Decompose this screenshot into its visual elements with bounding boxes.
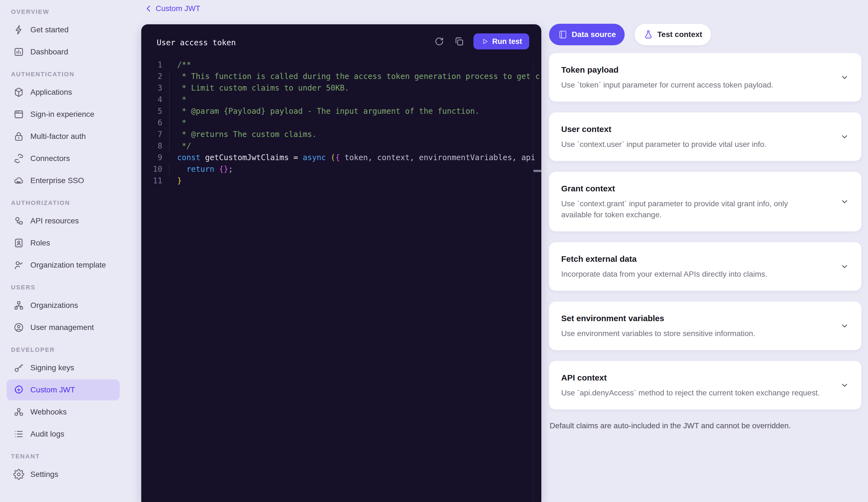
signing-key-icon xyxy=(13,362,24,373)
editor-actions: Run test xyxy=(434,33,529,49)
play-icon xyxy=(480,37,489,46)
card-user-context[interactable]: User contextUse `context.user` input par… xyxy=(549,112,861,161)
card-description: Use `token` input parameter for current … xyxy=(561,80,820,91)
card-token-payload[interactable]: Token payloadUse `token` input parameter… xyxy=(549,53,861,102)
card-description: Use environment variables to store sensi… xyxy=(561,328,820,339)
sidebar-section-label-authentication: AUTHENTICATION xyxy=(11,71,141,78)
sidebar-section-label-developer: DEVELOPER xyxy=(11,346,141,353)
chevron-down-icon[interactable] xyxy=(840,132,849,141)
sidebar-item-dashboard[interactable]: Dashboard xyxy=(7,41,120,62)
card-set-environment-variables[interactable]: Set environment variablesUse environment… xyxy=(549,302,861,350)
sidebar-item-label: Organization template xyxy=(30,261,106,270)
card-title: API context xyxy=(561,372,820,383)
line-number: 8 xyxy=(141,140,166,152)
line-number: 2 xyxy=(141,71,166,82)
sidebar-item-multi-factor-auth[interactable]: Multi-factor auth xyxy=(7,126,120,147)
audit-list-icon xyxy=(13,429,24,440)
sidebar-item-sign-in-experience[interactable]: Sign-in experience xyxy=(7,104,120,125)
flask-icon xyxy=(643,30,653,40)
sidebar-section-label-users: USERS xyxy=(11,284,141,291)
code-area[interactable]: 1/**2 * This function is called during t… xyxy=(141,59,541,502)
sidebar-item-organizations[interactable]: Organizations xyxy=(7,295,120,316)
code-line: 8 */ xyxy=(141,140,541,152)
cloud-key-icon xyxy=(13,175,24,186)
code-line-text: * Limit custom claims to under 50KB. xyxy=(166,82,349,94)
run-test-button[interactable]: Run test xyxy=(474,33,529,49)
line-number: 11 xyxy=(141,175,166,187)
code-line: 3 * Limit custom claims to under 50KB. xyxy=(141,82,541,94)
sidebar-item-label: Connectors xyxy=(30,154,70,163)
sidebar-item-label: Organizations xyxy=(30,301,78,310)
refresh-icon xyxy=(434,36,445,47)
code-line: 11} xyxy=(141,175,541,187)
main-content: Custom JWT User access token Run test xyxy=(141,0,868,502)
card-title: User context xyxy=(561,123,820,135)
sidebar-section-label-overview: OVERVIEW xyxy=(11,8,141,16)
lock-icon xyxy=(13,131,24,142)
sidebar-item-label: Roles xyxy=(30,239,50,248)
sidebar-item-label: User management xyxy=(30,323,94,332)
chevron-down-icon[interactable] xyxy=(840,73,849,82)
sidebar-item-signing-keys[interactable]: Signing keys xyxy=(7,357,120,378)
sidebar-item-api-resources[interactable]: API resources xyxy=(7,210,120,231)
sidebar-item-label: Dashboard xyxy=(30,48,68,56)
chevron-left-icon xyxy=(144,4,153,13)
chevron-down-icon[interactable] xyxy=(840,321,849,331)
indent-guide xyxy=(169,71,169,152)
run-test-label: Run test xyxy=(492,37,522,46)
lightning-icon xyxy=(13,24,24,36)
editor-scrollbar-thumb[interactable] xyxy=(533,170,541,172)
card-grant-context[interactable]: Grant contextUse `context.grant` input p… xyxy=(549,172,861,231)
breadcrumb[interactable]: Custom JWT xyxy=(144,4,200,13)
tab-label: Data source xyxy=(572,30,616,39)
code-line: 6 * xyxy=(141,117,541,129)
chevron-down-icon[interactable] xyxy=(840,262,849,271)
id-badge-icon xyxy=(13,238,24,249)
sidebar-item-webhooks[interactable]: Webhooks xyxy=(7,401,120,422)
code-line: 10 return {}; xyxy=(141,163,541,175)
sidebar-item-label: Multi-factor auth xyxy=(30,132,86,141)
card-title: Set environment variables xyxy=(561,313,820,324)
line-number: 9 xyxy=(141,152,166,163)
editor-title: User access token xyxy=(157,38,236,47)
card-api-context[interactable]: API contextUse `api.denyAccess` method t… xyxy=(549,361,861,410)
sidebar-item-label: Applications xyxy=(30,88,72,97)
card-description: Use `context.grant` input parameter to p… xyxy=(561,198,820,220)
sidebar-item-label: API resources xyxy=(30,217,79,225)
bar-chart-icon xyxy=(13,47,24,58)
sidebar-item-label: Sign-in experience xyxy=(30,110,94,119)
indent-guide xyxy=(169,163,169,175)
sidebar-item-enterprise-sso[interactable]: Enterprise SSO xyxy=(7,170,120,191)
code-line-text: } xyxy=(166,175,182,187)
chevron-down-icon[interactable] xyxy=(840,381,849,390)
sidebar-item-connectors[interactable]: Connectors xyxy=(7,148,120,169)
sidebar-item-applications[interactable]: Applications xyxy=(7,82,120,103)
sidebar-item-label: Audit logs xyxy=(30,430,64,439)
sidebar-item-label: Custom JWT xyxy=(30,385,75,394)
sidebar-item-roles[interactable]: Roles xyxy=(7,232,120,253)
sidebar-item-label: Enterprise SSO xyxy=(30,176,84,185)
editor-header: User access token Run test xyxy=(141,24,541,59)
copy-icon xyxy=(454,36,465,47)
sidebar-item-organization-template[interactable]: Organization template xyxy=(7,254,120,275)
chevron-down-icon[interactable] xyxy=(840,197,849,206)
card-fetch-external-data[interactable]: Fetch external dataIncorporate data from… xyxy=(549,242,861,291)
sidebar-item-settings[interactable]: Settings xyxy=(7,464,120,485)
code-line: 2 * This function is called during the a… xyxy=(141,71,541,82)
sidebar-item-label: Settings xyxy=(30,470,58,479)
copy-button[interactable] xyxy=(454,36,465,47)
sidebar-item-user-management[interactable]: User management xyxy=(7,317,120,338)
tab-data-source[interactable]: Data source xyxy=(549,24,625,45)
code-line-text: /** xyxy=(166,59,191,71)
sidebar-item-audit-logs[interactable]: Audit logs xyxy=(7,424,120,444)
refresh-button[interactable] xyxy=(434,36,445,47)
tab-test-context[interactable]: Test context xyxy=(634,24,711,45)
card-description: Incorporate data from your external APIs… xyxy=(561,269,820,280)
user-check-icon xyxy=(13,260,24,271)
line-number: 6 xyxy=(141,117,166,129)
code-line-text: * This function is called during the acc… xyxy=(166,71,540,82)
code-line: 9const getCustomJwtClaims = async ({ tok… xyxy=(141,152,541,163)
sidebar-item-custom-jwt[interactable]: Custom JWT xyxy=(7,379,120,400)
sidebar-item-get-started[interactable]: Get started xyxy=(7,19,120,40)
code-line-text: * @returns The custom claims. xyxy=(166,129,317,140)
